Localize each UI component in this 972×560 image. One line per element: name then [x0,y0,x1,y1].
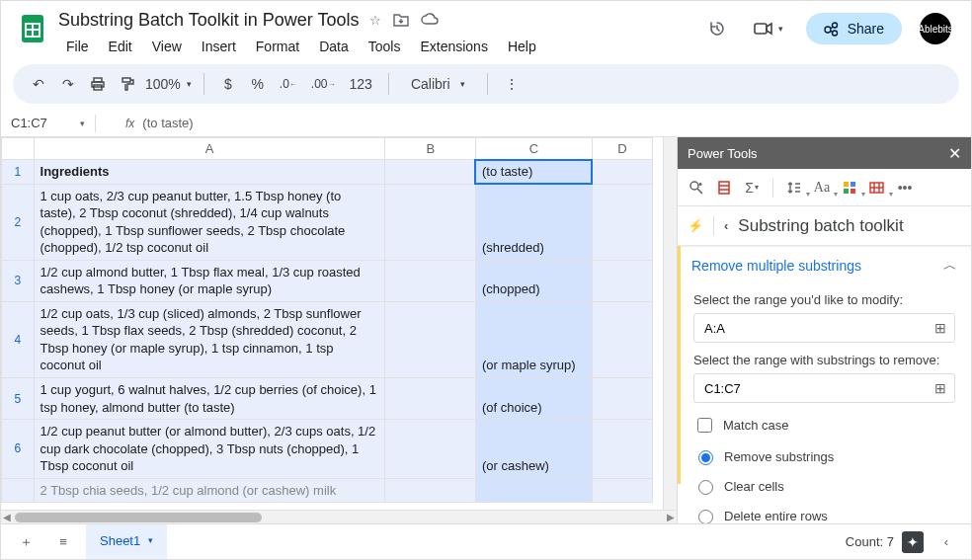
increase-decimal-button[interactable]: .00→ [307,70,340,98]
menu-insert[interactable]: Insert [194,35,244,58]
menu-data[interactable]: Data [311,35,357,58]
currency-button[interactable]: $ [216,70,240,98]
decrease-decimal-button[interactable]: .0← [276,70,301,98]
row-header[interactable]: 4 [2,301,35,377]
vertical-scrollbar[interactable] [663,137,677,510]
table-row[interactable]: 21 cup oats, 2/3 cup peanut butter, 1.5 … [2,184,653,260]
number-format-button[interactable]: 123 [346,70,376,98]
cell-c[interactable]: (chopped) [475,260,592,301]
cell-c[interactable]: (or cashew) [475,420,592,479]
cell-c[interactable]: (shredded) [475,184,592,260]
text-case-icon[interactable]: Aa [811,177,833,199]
table-row[interactable]: 2 Tbsp chia seeds, 1/2 cup almond (or ca… [2,478,653,503]
history-icon[interactable] [703,15,731,42]
subrange-input-field[interactable] [702,380,931,397]
name-box-dropdown-icon[interactable]: ▾ [80,119,85,128]
paint-format-button[interactable] [116,70,139,98]
side-panel-toggle-icon[interactable]: ‹ [932,528,961,556]
option-remove-input[interactable] [698,450,713,465]
row-header[interactable] [2,478,35,503]
menu-file[interactable]: File [58,35,97,58]
col-header-d[interactable]: D [592,138,652,160]
all-sheets-button[interactable]: ≡ [48,528,78,556]
table-row[interactable]: 1Ingredients(to taste) [2,160,653,185]
cell-d[interactable] [592,378,652,420]
cloud-status-icon[interactable] [421,13,439,28]
row-header[interactable]: 3 [2,260,35,301]
close-icon[interactable]: ✕ [948,144,961,163]
add-sheet-button[interactable]: ＋ [11,528,40,556]
more-tools-icon[interactable]: ••• [894,177,916,199]
option-clear-input[interactable] [698,480,713,495]
range-input[interactable]: ⊞ [693,313,955,343]
back-icon[interactable]: ‹ [724,218,728,233]
cell-a[interactable]: 2 Tbsp chia seeds, 1/2 cup almond (or ca… [34,478,385,503]
cell-d[interactable] [592,260,652,301]
cell-b[interactable] [385,478,476,503]
doc-title[interactable]: Substring Batch Toolkit in Power Tools [58,10,360,31]
menu-extensions[interactable]: Extensions [412,35,495,58]
sheets-logo-icon[interactable] [13,9,52,48]
explore-button[interactable]: ✦ [902,531,924,553]
cell-a[interactable]: 1/2 cup oats, 1/3 cup (sliced) almonds, … [34,301,385,377]
account-avatar[interactable]: Ablebits [920,13,951,44]
grid-scroll[interactable]: A B C D 1Ingredients(to taste)21 cup oat… [1,137,663,510]
smart-toolbar-icon[interactable] [686,177,707,199]
cell-c[interactable]: (to taste) [475,160,592,185]
match-case-checkbox[interactable]: Match case [693,415,955,436]
percent-button[interactable]: % [246,70,270,98]
cell-b[interactable] [385,184,476,260]
col-header-c[interactable]: C [475,138,592,160]
cell-c[interactable]: (or maple syrup) [475,301,592,377]
cell-d[interactable] [592,160,652,185]
font-select[interactable]: Calibri▾ [401,76,475,92]
menu-help[interactable]: Help [500,35,544,58]
range-picker-icon[interactable]: ⊞ [931,380,950,396]
clear-icon[interactable] [866,177,888,199]
sigma-icon[interactable]: Σ▾ [741,177,763,199]
tab-menu-icon[interactable]: ▾ [148,535,153,545]
zoom-select[interactable]: 100%▾ [145,76,192,92]
option-remove[interactable]: Remove substrings [693,447,955,465]
match-case-input[interactable] [697,418,712,433]
print-button[interactable] [86,70,110,98]
range-picker-icon[interactable]: ⊞ [931,320,950,336]
line-height-icon[interactable] [783,177,805,199]
cell-a[interactable]: 1 cup yogurt, 6 walnut halves, 1/2 cup b… [34,378,385,420]
menu-tools[interactable]: Tools [361,35,409,58]
redo-button[interactable]: ↷ [56,70,80,98]
horizontal-scrollbar[interactable]: ◀ ▶ [1,510,677,523]
subrange-input[interactable]: ⊞ [693,373,955,403]
undo-button[interactable]: ↶ [27,70,50,98]
star-icon[interactable]: ☆ [369,13,381,28]
dedupe-icon[interactable] [713,177,735,199]
cell-a[interactable]: 1/2 cup almond butter, 1 Tbsp flax meal,… [34,260,385,301]
cell-a[interactable]: Ingredients [34,160,385,185]
cell-a[interactable]: 1 cup oats, 2/3 cup peanut butter, 1.5 T… [34,184,385,260]
row-header[interactable]: 2 [2,184,35,260]
cell-d[interactable] [592,420,652,479]
menu-format[interactable]: Format [248,35,307,58]
tab-sheet1[interactable]: Sheet1 ▾ [86,524,167,560]
range-input-field[interactable] [702,320,931,337]
col-header-a[interactable]: A [34,138,385,160]
bolt-icon[interactable]: ⚡ [688,218,703,233]
menu-view[interactable]: View [144,35,190,58]
table-row[interactable]: 41/2 cup oats, 1/3 cup (sliced) almonds,… [2,301,653,377]
cell-d[interactable] [592,301,652,377]
row-header[interactable]: 1 [2,160,35,185]
cell-b[interactable] [385,378,476,420]
row-header[interactable]: 6 [2,420,35,479]
cell-b[interactable] [385,420,476,479]
select-all-corner[interactable] [2,138,35,160]
cell-c[interactable]: (of choice) [475,378,592,420]
option-delete-input[interactable] [698,510,713,523]
cell-b[interactable] [385,301,476,377]
cell-c[interactable] [475,478,592,503]
row-header[interactable]: 5 [2,378,35,420]
share-button[interactable]: Share [806,13,902,44]
option-clear[interactable]: Clear cells [693,477,955,495]
split-icon[interactable] [839,177,860,199]
cell-b[interactable] [385,260,476,301]
cell-a[interactable]: 1/2 cup peanut butter (or almond butter)… [34,420,385,479]
